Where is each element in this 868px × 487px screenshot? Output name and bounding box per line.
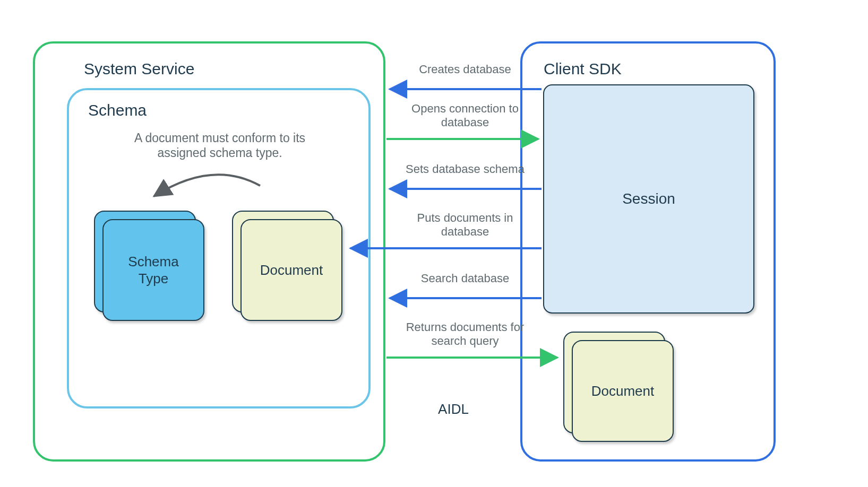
conform-arrow [154, 175, 260, 196]
client-sdk-box: Client SDK Session Document [521, 42, 775, 460]
arrow-puts-documents-label-1: Puts documents in [417, 211, 513, 224]
schema-document-label: Document [260, 262, 323, 278]
system-service-title: System Service [84, 60, 194, 77]
client-sdk-title: Client SDK [544, 60, 622, 77]
schema-type-card: Schema Type [94, 211, 204, 320]
arrow-sets-schema: Sets database schema [390, 162, 542, 189]
schema-annotation-line2: assigned schema type. [157, 146, 282, 160]
schema-title: Schema [88, 101, 147, 119]
arrow-sets-schema-label: Sets database schema [406, 162, 525, 176]
arrow-opens-connection-label-2: database [441, 116, 489, 129]
schema-annotation-line1: A document must conform to its [134, 131, 305, 145]
aidl-label: AIDL [438, 401, 469, 417]
arrow-returns-documents: Returns documents for search query [386, 320, 557, 358]
session-label: Session [622, 190, 675, 207]
arrow-puts-documents: Puts documents in database [350, 211, 542, 248]
schema-box: Schema A document must conform to its as… [68, 89, 369, 407]
client-document-card: Document [564, 332, 673, 441]
arrow-puts-documents-label-2: database [441, 225, 489, 238]
arrow-search-database-label: Search database [421, 272, 509, 285]
session-card: Session [544, 85, 754, 313]
arrow-returns-documents-label-1: Returns documents for [406, 320, 525, 334]
svg-rect-3 [103, 220, 204, 320]
arrow-search-database: Search database [390, 272, 542, 298]
client-document-label: Document [591, 383, 655, 399]
schema-type-label-2: Type [139, 271, 168, 286]
arrow-creates-database-label: Creates database [419, 63, 511, 76]
arrow-opens-connection: Opens connection to database [386, 102, 538, 139]
arrow-returns-documents-label-2: search query [431, 334, 499, 347]
schema-type-label-1: Schema [128, 254, 179, 269]
arrow-opens-connection-label-1: Opens connection to [411, 102, 519, 115]
arrow-creates-database: Creates database [390, 63, 542, 89]
schema-document-card: Document [233, 211, 342, 320]
